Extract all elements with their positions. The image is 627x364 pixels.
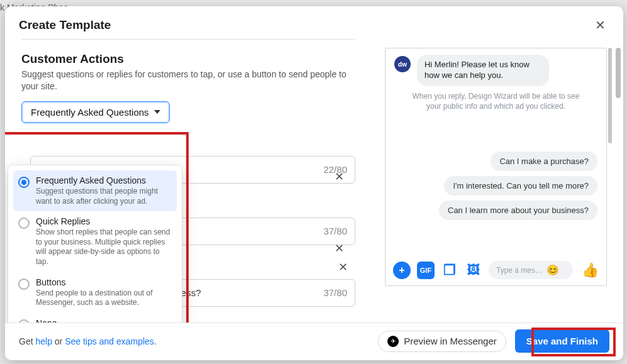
modal-body: Customer Actions Suggest questions or re… [5, 39, 623, 323]
modal-footer: Get help or See tips and examples. ✈ Pre… [5, 323, 623, 360]
suggested-chip[interactable]: I'm interested. Can you tell me more? [444, 176, 597, 196]
dropdown-label: Frequently Asked Questions [31, 107, 149, 118]
question-1-remove-icon-visible[interactable]: ✕ [330, 168, 349, 185]
create-template-modal: Create Template ✕ Customer Actions Sugge… [5, 6, 623, 360]
right-pane-scrollbar[interactable] [616, 48, 621, 319]
section-title: Customer Actions [21, 52, 355, 66]
footer-actions: ✈ Preview in Messenger Save and Finish [378, 329, 609, 353]
add-icon[interactable]: + [393, 262, 411, 279]
save-and-finish-button[interactable]: Save and Finish [515, 329, 609, 353]
footer-prefix: Get [19, 336, 35, 346]
dropdown-option-desc: Send people to a destination out of Mess… [36, 289, 172, 308]
like-icon[interactable]: 👍 [579, 262, 599, 279]
composer-input[interactable]: Type a mes… 😊 [489, 261, 573, 279]
suggested-chip[interactable]: Can I make a purchase? [491, 152, 597, 171]
suggested-chips: Can I make a purchase? I'm interested. C… [439, 152, 597, 220]
messenger-icon: ✈ [387, 336, 399, 347]
right-pane: dw Hi Merlin! Please let us know how we … [370, 39, 623, 323]
preview-scrollbar[interactable] [608, 48, 612, 286]
suggested-chip[interactable]: Can I learn more about your business? [439, 201, 597, 220]
message-row: dw Hi Merlin! Please let us know how we … [394, 55, 597, 86]
dropdown-option-title: Frequently Asked Questions [36, 175, 172, 185]
close-icon[interactable]: ✕ [591, 15, 609, 35]
dropdown-option-buttons[interactable]: Buttons Send people to a destination out… [13, 272, 177, 313]
dropdown-option-none[interactable]: None [13, 313, 177, 323]
question-3-remove-icon[interactable]: ✕ [333, 259, 353, 275]
privacy-note: When you reply, Design Wizard will be ab… [411, 91, 581, 111]
modal-header: Create Template ✕ [5, 6, 623, 39]
avatar: dw [394, 56, 411, 72]
dropdown-panel: Frequently Asked Questions Suggest quest… [8, 165, 182, 323]
radio-icon [18, 177, 30, 188]
image-icon[interactable]: 🖼 [465, 262, 482, 279]
section-subtitle: Suggest questions or replies for custome… [21, 69, 348, 92]
preview-in-messenger-button[interactable]: ✈ Preview in Messenger [378, 331, 506, 352]
greeting-bubble: Hi Merlin! Please let us know how we can… [417, 55, 549, 86]
dropdown-option-title: None [36, 318, 57, 323]
emoji-icon[interactable]: 😊 [547, 264, 559, 276]
footer-mid: or [52, 336, 65, 346]
dropdown-option-quick-replies[interactable]: Quick Replies Show short replies that pe… [13, 211, 177, 272]
question-3-counter: 37/80 [318, 287, 347, 298]
left-pane: Customer Actions Suggest questions or re… [5, 39, 370, 323]
sticker-icon[interactable]: ❐ [441, 262, 458, 279]
composer-placeholder: Type a mes… [496, 266, 543, 275]
footer-help-text: Get help or See tips and examples. [19, 336, 157, 346]
dropdown-option-title: Buttons [36, 277, 172, 287]
preview-body: dw Hi Merlin! Please let us know how we … [386, 48, 606, 255]
dropdown-option-faq[interactable]: Frequently Asked Questions Suggest quest… [13, 170, 177, 211]
radio-icon [18, 319, 30, 323]
footer-suffix: . [154, 336, 157, 346]
gif-icon[interactable]: GIF [417, 262, 435, 279]
dropdown-option-desc: Suggest questions that people might want… [36, 187, 172, 206]
question-2-counter: 37/80 [318, 226, 347, 236]
preview-label: Preview in Messenger [404, 336, 497, 346]
chevron-down-icon [154, 110, 160, 114]
customer-actions-dropdown[interactable]: Frequently Asked Questions [21, 101, 170, 123]
question-2-remove-icon-visible[interactable]: ✕ [330, 240, 349, 256]
divider [21, 39, 355, 40]
composer: + GIF ❐ 🖼 Type a mes… 😊 👍 [386, 255, 606, 285]
modal-title: Create Template [19, 18, 111, 32]
help-link[interactable]: help [35, 336, 52, 346]
radio-icon [18, 279, 30, 290]
radio-icon [18, 218, 30, 229]
messenger-preview: dw Hi Merlin! Please let us know how we … [385, 48, 607, 286]
dropdown-option-title: Quick Replies [36, 216, 172, 226]
tips-link[interactable]: See tips and examples [65, 336, 154, 346]
dropdown-option-desc: Show short replies that people can send … [36, 228, 172, 267]
